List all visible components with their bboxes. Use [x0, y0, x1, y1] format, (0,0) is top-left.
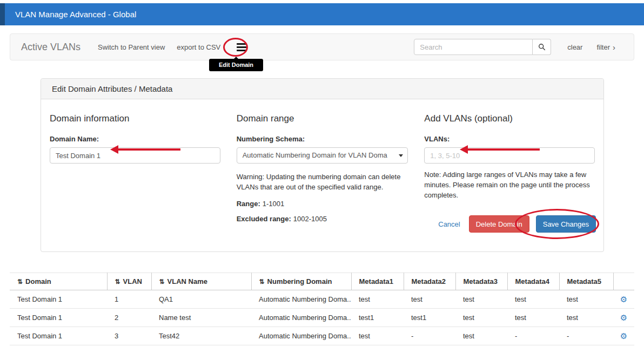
range-warning-text: Warning: Updating the numbering domain c…: [237, 172, 408, 193]
search-input[interactable]: [414, 39, 533, 55]
range-line: Range:1-1001: [237, 200, 408, 208]
column-label: Metadata3: [464, 277, 498, 285]
search-group: [414, 39, 551, 55]
column-label: Domain: [25, 277, 51, 285]
column-header-metadata5: Metadata5: [559, 273, 613, 290]
column-header-metadata4: Metadata4: [507, 273, 559, 290]
numbering-schema-label: Numbering Schema:: [237, 135, 408, 143]
table-header-row: ⇅Domain⇅VLAN⇅VLAN Name⇅Numbering DomainM…: [10, 273, 634, 290]
table-cell: Automatic Numbering Doma...: [251, 290, 351, 309]
column-header-vlan[interactable]: ⇅VLAN: [107, 273, 151, 290]
table-cell: test: [351, 327, 404, 345]
header-left-edge: [0, 3, 5, 25]
table-cell: 3: [107, 327, 151, 345]
panel-actions: Cancel Delete Domain Save Changes: [438, 215, 596, 233]
domain-range-heading: Domain range: [237, 113, 408, 124]
table-cell: Test42: [151, 327, 251, 345]
table-cell: QA1: [151, 290, 251, 309]
menu-icon[interactable]: [234, 40, 249, 54]
excluded-range-value: 1002-1005: [293, 215, 327, 223]
edit-domain-panel: Edit Domain Attributes / Metadata Domain…: [41, 78, 604, 252]
app-header: VLAN Manage Advanced - Global: [0, 3, 644, 25]
menu-bar: [237, 43, 247, 45]
table-cell: Test Domain 1: [10, 309, 107, 327]
numbering-schema-value: Automatic Numbering Domain for VLAN Doma: [243, 151, 387, 159]
row-actions-cell: ⚙: [613, 309, 634, 327]
column-header-metadata1: Metadata1: [351, 273, 404, 290]
row-actions-cell: ⚙: [613, 290, 634, 309]
table-row: Test Domain 11QA1Automatic Numbering Dom…: [10, 290, 634, 309]
column-header-domain[interactable]: ⇅Domain: [10, 273, 107, 290]
row-actions-cell: ⚙: [613, 327, 634, 345]
sort-icon: ⇅: [259, 278, 265, 285]
menu-bar: [237, 46, 247, 48]
toolbar: Active VLANs Switch to Parent view expor…: [10, 33, 634, 60]
table-cell: -: [404, 327, 455, 345]
table-cell: Test Domain 1: [10, 290, 107, 309]
search-icon: [538, 43, 546, 51]
table-cell: -: [559, 327, 613, 345]
clear-link[interactable]: clear: [567, 43, 582, 51]
gear-icon[interactable]: ⚙: [620, 295, 627, 304]
switch-parent-view-link[interactable]: Switch to Parent view: [98, 43, 165, 51]
gear-icon[interactable]: ⚙: [620, 331, 627, 341]
add-vlans-section: Add VLANs (optional) VLANs: Note: Adding…: [424, 108, 595, 223]
excluded-range-line: Excluded range:1002-1005: [237, 215, 408, 223]
table-body: Test Domain 11QA1Automatic Numbering Dom…: [10, 290, 634, 345]
table-cell: test: [455, 327, 507, 345]
table-cell: test: [404, 290, 455, 309]
vlans-input[interactable]: [424, 147, 595, 164]
table-cell: test: [507, 290, 559, 309]
filter-link[interactable]: filter ›: [596, 43, 615, 51]
column-header-numbering-domain[interactable]: ⇅Numbering Domain: [251, 273, 351, 290]
table-row: Test Domain 12Name testAutomatic Numberi…: [10, 309, 634, 327]
table-cell: test: [351, 290, 404, 309]
add-vlans-heading: Add VLANs (optional): [424, 113, 595, 124]
filter-label: filter: [596, 43, 610, 51]
sort-icon: ⇅: [115, 278, 120, 285]
table-cell: Automatic Numbering Doma...: [251, 309, 351, 327]
table-cell: test: [455, 309, 507, 327]
column-header-metadata2: Metadata2: [404, 273, 455, 290]
search-button[interactable]: [533, 39, 551, 55]
domain-name-input[interactable]: [50, 147, 220, 164]
caret-down-icon: [399, 154, 403, 157]
column-label: Metadata1: [359, 277, 394, 285]
column-label: Numbering Domain: [267, 277, 332, 285]
table-cell: Automatic Numbering Doma...: [251, 327, 351, 345]
gear-icon[interactable]: ⚙: [620, 313, 627, 322]
vlans-note-text: Note: Adding large ranges of VLANs may t…: [424, 170, 595, 201]
excluded-range-label: Excluded range:: [237, 215, 291, 223]
column-label: VLAN Name: [167, 277, 207, 285]
table-cell: Test Domain 1: [10, 327, 107, 345]
panel-title: Edit Domain Attributes / Metadata: [41, 79, 603, 99]
page-title: VLAN Manage Advanced - Global: [15, 3, 136, 25]
table-cell: test1: [351, 309, 404, 327]
table-cell: test1: [404, 309, 455, 327]
sort-icon: ⇅: [159, 278, 165, 285]
table-header: ⇅Domain⇅VLAN⇅VLAN Name⇅Numbering DomainM…: [10, 273, 634, 290]
table-cell: test: [559, 309, 613, 327]
panel-body: Domain information Domain Name: Domain r…: [41, 99, 603, 232]
domain-information-section: Domain information Domain Name:: [50, 108, 220, 223]
export-csv-link[interactable]: export to CSV: [177, 43, 220, 51]
table-cell: test: [507, 309, 559, 327]
delete-domain-button[interactable]: Delete Domain: [469, 215, 529, 233]
domain-info-heading: Domain information: [50, 113, 220, 124]
domain-range-section: Domain range Numbering Schema: Automatic…: [237, 108, 408, 223]
column-header-vlan-name[interactable]: ⇅VLAN Name: [151, 273, 251, 290]
toolbar-right: clear filter ›: [414, 39, 623, 55]
table-cell: 2: [107, 309, 151, 327]
save-changes-button[interactable]: Save Changes: [536, 215, 596, 233]
vlan-table: ⇅Domain⇅VLAN⇅VLAN Name⇅Numbering DomainM…: [10, 273, 634, 345]
menu-bar: [237, 50, 247, 51]
cancel-link[interactable]: Cancel: [438, 220, 460, 228]
table-cell: test: [559, 290, 613, 309]
column-label: Metadata2: [412, 277, 446, 285]
numbering-schema-select[interactable]: Automatic Numbering Domain for VLAN Doma: [237, 147, 408, 164]
active-vlans-title: Active VLANs: [21, 42, 81, 53]
table-cell: 1: [107, 290, 151, 309]
column-label: Metadata5: [567, 277, 602, 285]
domain-name-label: Domain Name:: [50, 135, 220, 143]
range-value: 1-1001: [263, 200, 284, 208]
